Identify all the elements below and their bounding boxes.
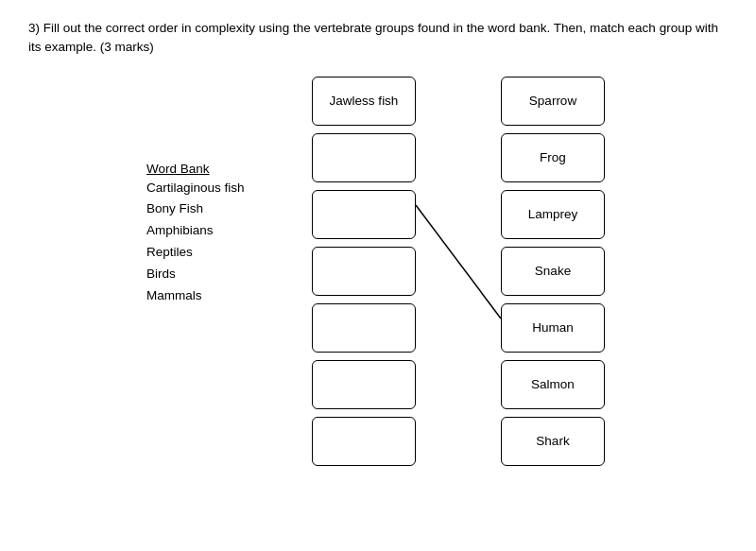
main-layout: Word Bank Cartilaginous fishBony FishAmp… [28,77,728,466]
order-box-2[interactable] [312,190,416,239]
word-bank-item: Cartilaginous fish [146,178,298,199]
word-bank-item: Amphibians [146,220,298,242]
order-box-0: Jawless fish [312,77,416,126]
order-box-1[interactable] [312,133,416,182]
word-bank-title: Word Bank [146,162,298,176]
example-box-2: Lamprey [501,190,605,239]
word-bank: Word Bank Cartilaginous fishBony FishAmp… [146,77,298,308]
order-box-5[interactable] [312,360,416,409]
example-column: SparrowFrogLampreySnakeHumanSalmonShark [496,77,610,466]
word-bank-item: Reptiles [146,242,298,264]
example-box-1: Frog [501,133,605,182]
question-container: 3) Fill out the correct order in complex… [28,19,728,466]
word-bank-item: Mammals [146,285,298,307]
connector-area [421,77,496,466]
order-box-6[interactable] [312,417,416,466]
example-box-5: Salmon [501,360,605,409]
order-column: Jawless fish [307,77,421,466]
example-box-0: Sparrow [501,77,605,126]
svg-line-0 [416,205,501,319]
question-text: 3) Fill out the correct order in complex… [28,19,728,58]
word-bank-item: Bony Fish [146,198,298,220]
example-box-6: Shark [501,417,605,466]
word-bank-item: Birds [146,264,298,285]
boxes-connector-wrapper: Jawless fish SparrowFrogLampreySnakeHuma… [307,77,610,466]
example-box-3: Snake [501,247,605,296]
example-box-4: Human [501,303,605,353]
order-box-3[interactable] [312,247,416,296]
order-box-4[interactable] [312,303,416,353]
